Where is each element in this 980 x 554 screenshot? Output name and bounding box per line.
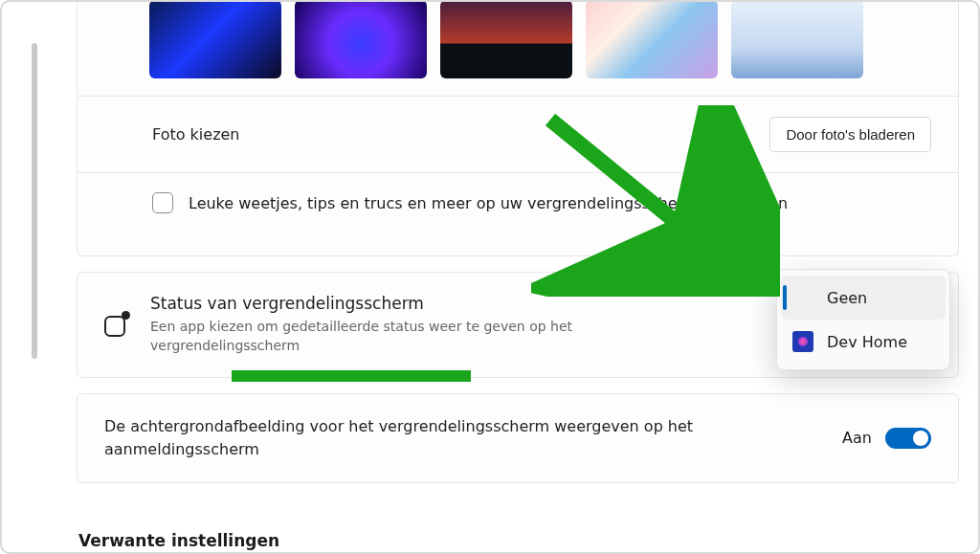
lock-screen-status-icon bbox=[104, 312, 129, 337]
wallpaper-thumb-1[interactable] bbox=[149, 0, 281, 78]
lock-screen-status-title: Status van vergrendelingsscherm bbox=[150, 294, 648, 313]
signin-background-label: De achtergrondafbeelding voor het vergre… bbox=[104, 415, 717, 461]
status-app-dropdown[interactable]: Geen Dev Home bbox=[776, 269, 950, 370]
annotation-underline bbox=[232, 370, 471, 382]
background-thumbnails-card: Foto kiezen Door foto's bladeren Leuke w… bbox=[77, 0, 959, 256]
tips-checkbox-label: Leuke weetjes, tips en trucs en meer op … bbox=[189, 194, 788, 212]
choose-photo-row: Foto kiezen Door foto's bladeren bbox=[78, 96, 958, 172]
dropdown-option-none[interactable]: Geen bbox=[781, 276, 946, 320]
scrollbar-thumb[interactable] bbox=[32, 43, 37, 359]
dropdown-option-devhome-label: Dev Home bbox=[827, 333, 907, 351]
dropdown-option-devhome[interactable]: Dev Home bbox=[777, 320, 949, 364]
tips-checkbox[interactable] bbox=[152, 192, 173, 213]
wallpaper-thumb-4[interactable] bbox=[586, 0, 718, 78]
wallpaper-thumbnail-row bbox=[78, 0, 958, 78]
lock-screen-status-card[interactable]: Status van vergrendelingsscherm Een app … bbox=[77, 272, 959, 378]
signin-toggle-state: Aan bbox=[842, 429, 872, 447]
wallpaper-thumb-3[interactable] bbox=[440, 0, 572, 78]
related-settings-heading: Verwante instellingen bbox=[78, 531, 959, 550]
lock-screen-status-subtitle: Een app kiezen om gedetailleerde status … bbox=[150, 317, 648, 356]
dropdown-option-none-label: Geen bbox=[827, 289, 867, 307]
tips-checkbox-row: Leuke weetjes, tips en trucs en meer op … bbox=[78, 172, 958, 236]
signin-toggle[interactable] bbox=[885, 428, 931, 449]
signin-background-card: De achtergrondafbeelding voor het vergre… bbox=[77, 393, 959, 483]
choose-photo-label: Foto kiezen bbox=[152, 125, 240, 144]
wallpaper-thumb-2[interactable] bbox=[295, 0, 427, 78]
devhome-icon bbox=[792, 331, 813, 352]
browse-photos-button[interactable]: Door foto's bladeren bbox=[769, 117, 931, 152]
wallpaper-thumb-5[interactable] bbox=[731, 0, 863, 78]
